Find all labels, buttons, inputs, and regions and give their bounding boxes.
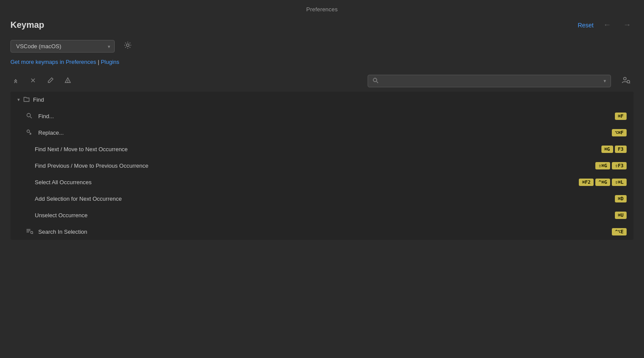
key-badge: ^⌘G: [595, 179, 610, 186]
gear-icon: [123, 41, 132, 50]
list-item[interactable]: Find... ⌘F: [10, 108, 634, 124]
list-item[interactable]: Unselect Occurrence ⌘U: [10, 207, 634, 223]
svg-line-6: [377, 82, 378, 83]
key-badge: ⌘G: [601, 146, 613, 153]
search-in-selection-icon: [26, 228, 35, 235]
group-chevron-icon: ▾: [17, 97, 20, 103]
reset-button[interactable]: Reset: [578, 22, 594, 29]
item-label: Find Next / Move to Next Occurrence: [35, 146, 601, 152]
person-search-button[interactable]: [618, 74, 634, 88]
gear-button[interactable]: [122, 39, 134, 53]
warning-icon: [64, 77, 71, 84]
find-group-header[interactable]: ▾ Find: [10, 92, 634, 108]
key-badge: ^⌥E: [612, 228, 627, 235]
item-label: Select All Occurrences: [35, 179, 579, 186]
plugins-link[interactable]: Plugins: [101, 59, 120, 65]
search-caret: ▾: [604, 78, 606, 84]
edit-button[interactable]: [45, 75, 56, 87]
list-item[interactable]: Replace... ⌥⌘F: [10, 124, 634, 141]
header-actions: Reset ← →: [578, 20, 634, 30]
find-group-name: Find: [33, 96, 44, 103]
list-item[interactable]: Search In Selection ^⌥E: [10, 223, 634, 240]
shortcuts: ⌘G F3: [601, 146, 627, 153]
svg-point-0: [126, 44, 129, 46]
preferences-link[interactable]: Get more keymaps in Preferences: [10, 59, 96, 65]
svg-point-4: [68, 82, 68, 82]
collapse-icon: [30, 77, 37, 84]
folder-icon: [23, 96, 30, 103]
keymap-select-wrapper: VSCode (macOS) Default Emacs Vim Eclipse…: [10, 40, 115, 53]
search-box: ▾: [368, 75, 611, 87]
key-badge: ⇧F3: [612, 162, 627, 169]
expand-button[interactable]: [10, 75, 21, 87]
item-label: Unselect Occurrence: [35, 212, 615, 219]
list-item[interactable]: Find Next / Move to Next Occurrence ⌘G F…: [10, 141, 634, 157]
page-title: Keymap: [10, 20, 44, 30]
edit-icon: [47, 77, 54, 84]
key-badge: ⌘F2: [579, 179, 594, 186]
window-title: Preferences: [306, 6, 338, 13]
key-badge: F3: [615, 146, 627, 153]
content-area: ▾ Find Find... ⌘F Replace.: [10, 92, 634, 240]
header: Keymap Reset ← →: [0, 17, 644, 36]
shortcuts: ^⌥E: [612, 228, 627, 235]
shortcuts: ⌘U: [615, 212, 627, 219]
item-label: Search In Selection: [38, 229, 612, 235]
svg-line-11: [30, 116, 32, 118]
key-badge: ⌘U: [615, 212, 627, 219]
svg-point-12: [27, 130, 30, 133]
warning-button[interactable]: [63, 75, 73, 87]
svg-point-8: [627, 80, 630, 83]
item-label: Find...: [38, 113, 615, 119]
list-item[interactable]: Add Selection for Next Occurrence ⌘D: [10, 190, 634, 207]
key-badge: ⇧⌘G: [595, 162, 610, 169]
shortcuts: ⌥⌘F: [612, 129, 627, 136]
collapse-button[interactable]: [28, 75, 38, 87]
list-item[interactable]: Select All Occurrences ⌘F2 ^⌘G ⇧⌘L: [10, 174, 634, 190]
key-badge: ⌥⌘F: [612, 129, 627, 136]
shortcuts: ⌘D: [615, 195, 627, 202]
replace-icon: [26, 129, 35, 136]
svg-line-9: [630, 83, 631, 84]
svg-point-5: [373, 78, 377, 82]
svg-point-17: [31, 231, 33, 233]
svg-line-18: [33, 233, 33, 234]
svg-point-7: [624, 77, 626, 80]
more-keymaps: Get more keymaps in Preferences | Plugin…: [0, 59, 644, 72]
key-badge: ⌘F: [615, 113, 627, 120]
shortcuts: ⌘F: [615, 113, 627, 120]
key-badge: ⇧⌘L: [612, 179, 627, 186]
svg-point-10: [27, 113, 30, 117]
search-icon: [372, 77, 378, 85]
keymap-select[interactable]: VSCode (macOS) Default Emacs Vim Eclipse: [10, 40, 115, 53]
item-label: Add Selection for Next Occurrence: [35, 196, 615, 202]
forward-button[interactable]: →: [621, 20, 634, 30]
back-button[interactable]: ←: [601, 20, 614, 30]
expand-icon: [12, 77, 19, 84]
controls-row: VSCode (macOS) Default Emacs Vim Eclipse…: [0, 36, 644, 59]
list-item[interactable]: Find Previous / Move to Previous Occurre…: [10, 157, 634, 174]
shortcuts: ⌘F2 ^⌘G ⇧⌘L: [579, 179, 627, 186]
find-icon: [26, 113, 35, 120]
item-label: Replace...: [38, 129, 612, 136]
key-badge: ⌘D: [615, 195, 627, 202]
title-bar: Preferences: [0, 0, 644, 17]
search-input[interactable]: [381, 78, 601, 84]
person-search-icon: [621, 76, 630, 84]
shortcuts: ⇧⌘G ⇧F3: [595, 162, 627, 169]
toolbar-row: ▾: [0, 72, 644, 92]
item-label: Find Previous / Move to Previous Occurre…: [35, 162, 595, 169]
